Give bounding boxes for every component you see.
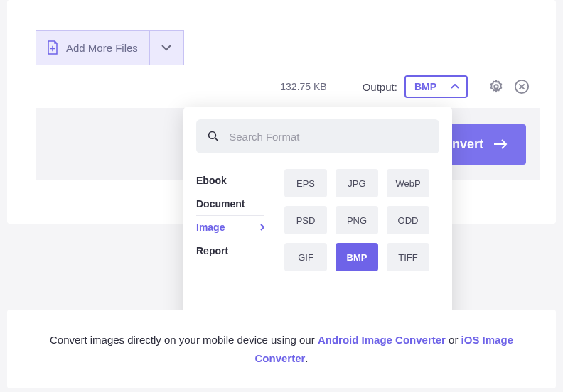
format-odd[interactable]: ODD (387, 206, 429, 234)
add-more-bar: Add More Files (36, 30, 184, 65)
dropdown-body: EbookDocumentImageReport EPSJPGWebPPSDPN… (196, 169, 439, 271)
file-row: 132.75 KB Output: BMP (36, 65, 540, 108)
gear-icon (488, 79, 504, 94)
svg-point-2 (494, 85, 498, 89)
format-bmp[interactable]: BMP (336, 243, 378, 271)
category-label: Document (196, 198, 245, 209)
caret-right-icon (260, 224, 264, 231)
svg-line-8 (215, 138, 218, 141)
format-gif[interactable]: GIF (284, 243, 327, 271)
footer-prefix: Convert images directly on your mobile d… (50, 334, 318, 346)
add-file-icon (46, 40, 59, 55)
format-tiff[interactable]: TIFF (387, 243, 429, 271)
format-eps[interactable]: EPS (284, 169, 327, 197)
file-size: 132.75 KB (280, 81, 326, 92)
remove-file-button[interactable] (512, 77, 532, 97)
footer-suffix: . (305, 352, 308, 364)
search-box (196, 119, 439, 153)
output-format-select[interactable]: BMP (404, 75, 468, 98)
add-more-files-button[interactable]: Add More Files (36, 31, 149, 65)
svg-point-7 (209, 132, 216, 139)
search-icon (208, 130, 219, 143)
add-more-files-label: Add More Files (66, 42, 138, 54)
category-label: Image (196, 222, 225, 233)
format-psd[interactable]: PSD (284, 206, 327, 234)
output-format-value: BMP (414, 81, 436, 92)
footer-text: Convert images directly on your mobile d… (36, 331, 527, 367)
category-ebook[interactable]: Ebook (196, 169, 264, 192)
category-list: EbookDocumentImageReport (196, 169, 264, 271)
format-grid: EPSJPGWebPPSDPNGODDGIFBMPTIFF (284, 169, 429, 271)
chevron-up-icon (451, 84, 459, 89)
category-document[interactable]: Document (196, 192, 264, 216)
settings-button[interactable] (486, 77, 506, 97)
close-icon (514, 79, 530, 94)
footer-middle: or (446, 334, 461, 346)
category-label: Ebook (196, 175, 227, 186)
category-report[interactable]: Report (196, 239, 264, 262)
format-png[interactable]: PNG (336, 206, 378, 234)
format-jpg[interactable]: JPG (336, 169, 378, 197)
search-input[interactable] (229, 131, 428, 143)
footer-card: Convert images directly on your mobile d… (7, 310, 556, 388)
output-label: Output: (363, 81, 397, 93)
category-label: Report (196, 245, 228, 256)
android-converter-link[interactable]: Android Image Converter (318, 334, 446, 346)
chevron-down-icon (161, 44, 172, 51)
arrow-right-icon (493, 139, 508, 149)
format-webp[interactable]: WebP (387, 169, 429, 197)
category-image[interactable]: Image (196, 216, 264, 239)
add-more-caret-button[interactable] (149, 31, 183, 65)
